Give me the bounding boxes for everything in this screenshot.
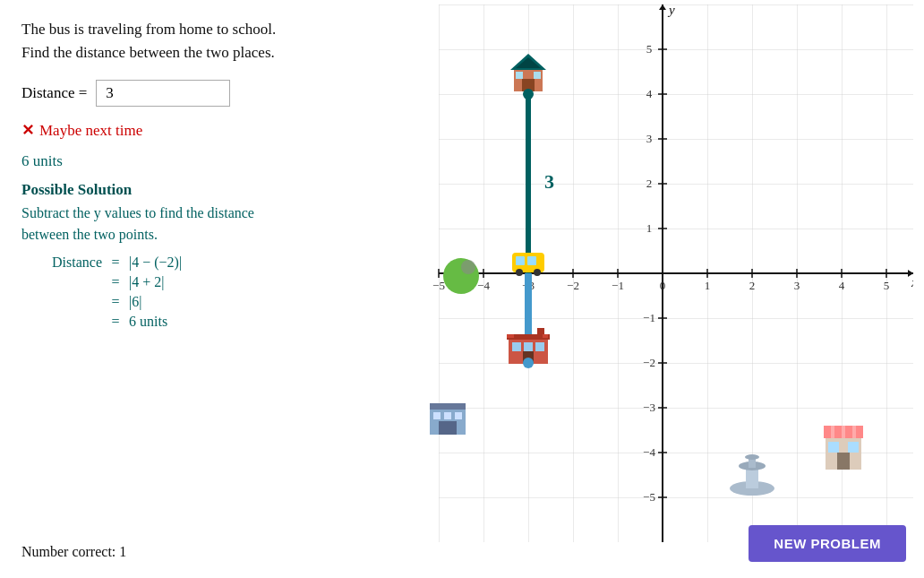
x-label-4: 4 [839,279,845,292]
step3-eq: = [102,294,129,310]
distance-row: Distance = [21,80,390,107]
svg-rect-4 [516,72,523,79]
svg-rect-38 [848,442,859,453]
svg-rect-17 [527,256,536,265]
y-label-2: 2 [646,177,653,190]
svg-point-19 [534,269,541,276]
distance-number-label: 3 [544,170,554,193]
svg-rect-39 [837,453,850,470]
step4-val: 6 units [129,314,390,330]
svg-rect-11 [535,342,544,351]
svg-rect-22 [433,412,441,419]
svg-point-30 [745,454,759,460]
svg-rect-13 [507,334,514,338]
svg-rect-9 [512,342,521,351]
svg-rect-14 [543,334,548,338]
svg-rect-21 [430,403,466,410]
svg-rect-35 [856,426,863,438]
svg-rect-24 [455,412,462,419]
feedback-icon: ✕ [21,121,34,140]
step3-val: |6| [129,294,390,310]
gear-decoration [461,260,475,274]
y-label-1: 1 [646,221,653,235]
problem-text: The bus is traveling from home to school… [21,18,390,64]
svg-rect-10 [524,342,533,351]
step1-eq: = [102,254,129,271]
x-label-0: 0 [660,279,666,292]
step2-eq: = [102,274,129,290]
correct-answer: 6 units [21,152,390,170]
number-correct: Number correct: 1 [21,535,390,560]
distance-label: Distance = [21,84,87,102]
svg-rect-5 [534,72,541,79]
svg-rect-32 [824,426,831,438]
x-label-3: 3 [794,279,800,292]
feedback-row: ✕ Maybe next time [21,121,390,140]
y-label-5: 5 [646,42,653,56]
x-label-5: 5 [884,279,890,292]
svg-rect-16 [516,256,525,265]
x-label-n5: −5 [432,279,445,292]
school-dot [523,358,534,368]
svg-rect-23 [444,412,451,419]
y-label-n1: −1 [643,311,655,324]
step1-val: |4 − (−2)| [129,254,390,271]
x-axis-label: x [911,275,913,289]
solution-header: Possible Solution [21,181,390,199]
x-label-n1: −1 [612,279,624,292]
y-label-n3: −3 [643,401,655,414]
y-axis-label: y [667,3,675,17]
svg-rect-33 [834,426,842,438]
home-dot [523,89,534,99]
y-label-3: 3 [646,132,653,145]
coordinate-graph: −5 −4 −3 −2 −1 0 1 2 3 4 5 x 5 4 3 2 1 −… [412,0,913,547]
y-label-4: 4 [646,87,653,100]
step3-label [30,294,102,310]
new-problem-button[interactable]: NEW PROBLEM [749,525,906,562]
step1-label: Distance [30,254,102,271]
x-label-2: 2 [749,279,756,292]
x-label-n4: −4 [477,279,490,292]
svg-point-18 [516,269,523,276]
market-icon [824,426,863,470]
x-label-1: 1 [705,279,711,292]
svg-rect-37 [828,442,839,453]
step2-label [30,274,102,290]
y-label-n4: −4 [643,445,655,459]
small-building-icon [430,403,466,435]
math-steps: Distance = |4 − (−2)| = |4 + 2| = |6| = … [30,254,390,330]
y-label-n5: −5 [643,490,655,504]
left-panel: The bus is traveling from home to school… [0,0,412,578]
y-label-n2: −2 [643,356,655,369]
feedback-text: Maybe next time [39,122,142,140]
x-label-n2: −2 [567,279,579,292]
svg-rect-34 [845,426,852,438]
svg-rect-25 [439,421,457,435]
step4-eq: = [102,314,129,330]
solution-desc: Subtract the y values to find the distan… [21,203,390,246]
right-panel: −5 −4 −3 −2 −1 0 1 2 3 4 5 x 5 4 3 2 1 −… [412,0,924,578]
step2-val: |4 + 2| [129,274,390,290]
step4-label [30,314,102,330]
distance-input[interactable] [96,80,230,107]
